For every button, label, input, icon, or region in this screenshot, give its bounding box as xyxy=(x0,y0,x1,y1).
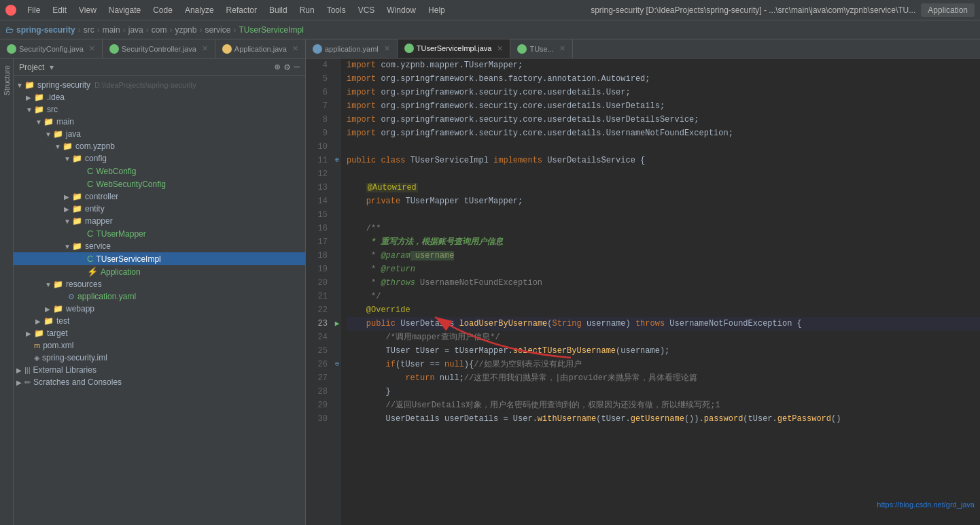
locate-icon[interactable]: ⊕ xyxy=(275,61,280,73)
tree-label: target xyxy=(47,328,68,338)
gutter-mark xyxy=(333,344,341,358)
close-icon[interactable]: ✕ xyxy=(202,44,208,53)
close-icon[interactable]: ✕ xyxy=(384,44,390,53)
tree-item-entity[interactable]: ▶ 📁 entity xyxy=(14,203,305,215)
code-content[interactable]: import com.yzpnb.mapper.TUserMapper; imp… xyxy=(341,58,980,525)
line-num: 19 xyxy=(306,262,333,276)
tree-item-tuserserviceimpl[interactable]: ▶ C TUserServiceImpl xyxy=(14,252,305,265)
line-num: 16 xyxy=(306,222,333,235)
menu-analyze[interactable]: Analyze xyxy=(179,3,220,18)
tree-label: test xyxy=(56,316,69,326)
minimize-icon[interactable]: — xyxy=(294,61,300,73)
tree-item-resources[interactable]: ▼ 📁 resources xyxy=(14,278,305,290)
menu-build[interactable]: Build xyxy=(264,3,293,18)
expand-arrow: ▶ xyxy=(45,305,52,313)
project-sidebar: Project ▾ ⊕ ⚙ — ▼ 📁 spring-security D:\I… xyxy=(14,58,306,525)
menu-code[interactable]: Code xyxy=(147,3,178,18)
tree-item-spring-security[interactable]: ▼ 📁 spring-security D:\IdeaProjects\spri… xyxy=(14,79,305,91)
bc-yzpnb[interactable]: yzpnb xyxy=(175,25,196,35)
tree-item-scratches[interactable]: ▶ ✏ Scratches and Consoles xyxy=(14,376,305,388)
close-icon[interactable]: ✕ xyxy=(89,44,95,53)
tree-item-webconfig[interactable]: ▶ C WebConfig xyxy=(14,165,305,177)
tab-tuserserviceimpl[interactable]: TUserServiceImpl.java ✕ xyxy=(398,39,511,58)
menu-vcs[interactable]: VCS xyxy=(353,3,381,18)
watermark-url[interactable]: https://blog.csdn.net/grd_java xyxy=(877,501,975,509)
tree-label: entity xyxy=(85,204,105,214)
tree-item-idea[interactable]: ▶ 📁 .idea xyxy=(14,91,305,103)
tab-application[interactable]: Application.java ✕ xyxy=(215,39,306,58)
settings-icon[interactable]: ⚙ xyxy=(284,61,290,73)
bc-service[interactable]: service xyxy=(205,25,230,35)
line-numbers: 4 5 6 7 8 9 10 11 12 13 14 15 16 17 18 1… xyxy=(306,58,333,525)
gutter-run-button[interactable]: ▶ xyxy=(333,317,341,331)
tab-security-controller[interactable]: SecurityController.java ✕ xyxy=(103,39,215,58)
line-num: 25 xyxy=(306,344,333,358)
tree-item-test[interactable]: ▶ 📁 test xyxy=(14,315,305,327)
close-icon[interactable]: ✕ xyxy=(559,44,565,53)
tree-item-application-yaml[interactable]: ▶ ⚙ application.yaml xyxy=(14,290,305,303)
tree-item-application[interactable]: ▶ ⚡ Application xyxy=(14,265,305,278)
line-num: 26 xyxy=(306,358,333,371)
xml-icon: m xyxy=(34,341,40,350)
gutter-mark xyxy=(333,113,341,126)
menu-edit[interactable]: Edit xyxy=(47,3,72,18)
menu-view[interactable]: View xyxy=(73,3,102,18)
tree-item-iml[interactable]: ▶ ◈ spring-security.iml xyxy=(14,352,305,364)
menu-window[interactable]: Window xyxy=(381,3,421,18)
gutter-mark xyxy=(333,249,341,262)
bc-project[interactable]: spring-security xyxy=(16,25,75,35)
tree-item-service[interactable]: ▼ 📁 service xyxy=(14,240,305,252)
close-icon[interactable]: ✕ xyxy=(497,44,503,53)
menu-refactor[interactable]: Refactor xyxy=(221,3,262,18)
tree-item-webapp[interactable]: ▶ 📁 webapp xyxy=(14,303,305,315)
folder-icon: 📁 xyxy=(72,241,82,251)
tree-item-target[interactable]: ▶ 📁 target xyxy=(14,327,305,339)
line-num: 8 xyxy=(306,113,333,126)
bc-src[interactable]: src xyxy=(84,25,94,35)
java-icon xyxy=(222,44,232,54)
tab-tuser-extra[interactable]: TUse... ✕ xyxy=(510,39,572,58)
gutter-mark-fold[interactable]: ⊖ xyxy=(333,358,341,371)
tree-item-tusermapper[interactable]: ▶ C TUserMapper xyxy=(14,227,305,240)
code-line-25: TUser tUser = tUserMapper.selectTUserByU… xyxy=(347,344,980,358)
bc-java[interactable]: java xyxy=(128,25,143,35)
expand-arrow: ▼ xyxy=(45,131,52,138)
bc-main[interactable]: main xyxy=(103,25,120,35)
folder-icon: 📁 xyxy=(72,204,82,214)
tab-security-config[interactable]: SecurityConfig.java ✕ xyxy=(0,39,103,58)
menu-help[interactable]: Help xyxy=(423,3,451,18)
code-scroll-area[interactable]: 4 5 6 7 8 9 10 11 12 13 14 15 16 17 18 1… xyxy=(306,58,980,525)
tree-item-config[interactable]: ▼ 📁 config xyxy=(14,152,305,165)
tree-item-mapper[interactable]: ▼ 📁 mapper xyxy=(14,215,305,227)
tree-item-controller[interactable]: ▶ 📁 controller xyxy=(14,190,305,203)
tree-item-external[interactable]: ▶ ||| External Libraries xyxy=(14,364,305,376)
sidebar-toolbar: ⊕ ⚙ — xyxy=(275,61,300,73)
code-line-13: @Autowired xyxy=(347,181,980,194)
tab-application-yaml[interactable]: application.yaml ✕ xyxy=(306,39,398,58)
menu-file[interactable]: File xyxy=(22,3,46,18)
line-num: 21 xyxy=(306,290,333,303)
gutter-mark xyxy=(333,72,341,86)
tree-item-com-yzpnb[interactable]: ▼ 📁 com.yzpnb xyxy=(14,140,305,152)
yaml-icon: ⚙ xyxy=(68,292,75,301)
close-icon[interactable]: ✕ xyxy=(292,44,298,53)
bc-com[interactable]: com xyxy=(152,25,167,35)
gutter-mark xyxy=(333,290,341,303)
structure-label[interactable]: Structure xyxy=(3,65,11,96)
dropdown-icon[interactable]: ▾ xyxy=(50,63,54,72)
menu-navigate[interactable]: Navigate xyxy=(103,3,146,18)
menu-run[interactable]: Run xyxy=(294,3,320,18)
gutter-mark xyxy=(333,412,341,426)
tree-item-main[interactable]: ▼ 📁 main xyxy=(14,116,305,128)
breadcrumb: 🗁 spring-security › src › main › java › … xyxy=(0,20,980,39)
application-button[interactable]: Application xyxy=(921,3,975,17)
tree-item-pom[interactable]: ▶ m pom.xml xyxy=(14,339,305,352)
menu-tools[interactable]: Tools xyxy=(321,3,351,18)
code-line-17: * 重写方法，根据账号查询用户信息 xyxy=(347,235,980,249)
tree-item-src[interactable]: ▼ 📁 src xyxy=(14,103,305,116)
tree-label: Application xyxy=(101,267,141,277)
tree-item-websecurityconfig[interactable]: ▶ C WebSecurityConfig xyxy=(14,177,305,190)
bc-current[interactable]: TUserServiceImpl xyxy=(239,25,303,35)
tree-item-java[interactable]: ▼ 📁 java xyxy=(14,128,305,140)
java-folder-icon: 📁 xyxy=(53,129,63,139)
